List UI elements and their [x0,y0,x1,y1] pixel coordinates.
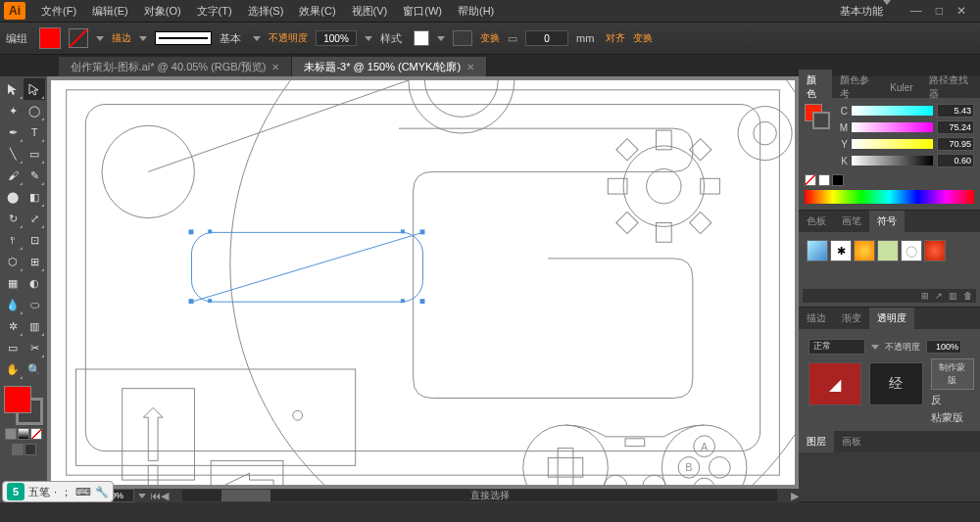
color-mode-none[interactable] [30,428,42,440]
menu-edit[interactable]: 编辑(E) [84,1,136,22]
screen-mode-normal[interactable] [12,444,24,455]
chevron-down-icon[interactable] [365,36,372,41]
white-swatch[interactable] [818,174,830,186]
hand-tool[interactable]: ✋ [2,358,24,380]
menu-file[interactable]: 文件(F) [33,1,84,22]
close-button[interactable]: ✕ [956,4,966,18]
ime-keyboard-icon[interactable]: ⌨ [75,486,91,498]
symbol-item[interactable] [807,240,828,261]
magenta-slider[interactable] [852,122,933,132]
symbol-options-icon[interactable]: ↗ [935,291,943,301]
lasso-tool[interactable]: ◯ [24,100,45,121]
minimize-button[interactable]: — [910,4,922,18]
type-tool[interactable]: T [24,121,45,143]
envelope-value-input[interactable] [525,30,568,46]
cyan-slider[interactable] [852,106,933,116]
tab-layers[interactable]: 图层 [799,431,834,452]
chevron-down-icon[interactable] [139,36,147,41]
magenta-input[interactable] [937,120,974,134]
menu-effect[interactable]: 效果(C) [291,1,343,22]
paintbrush-tool[interactable]: 🖌 [2,165,24,186]
stroke-style-preview[interactable] [155,31,212,45]
menu-select[interactable]: 选择(S) [240,1,292,22]
symbol-item[interactable] [924,240,946,261]
envelope-icon[interactable]: ▭ [508,32,517,45]
horizontal-scrollbar[interactable]: CSX ⤴ ⏮ ◀ 直接选择 ▶ [47,489,799,502]
tab-kuler[interactable]: Kuler [882,78,920,97]
line-tool[interactable]: ╲ [2,143,24,165]
blend-tool[interactable]: ⬭ [24,294,45,315]
yellow-slider[interactable] [852,139,933,149]
blob-brush-tool[interactable]: ⬤ [2,186,24,208]
screen-mode-full[interactable] [24,444,36,455]
symbol-item[interactable] [877,240,899,261]
fill-color-box[interactable] [4,386,31,413]
ime-punct-icon[interactable]: ； [61,485,72,499]
symbol-item[interactable] [854,240,875,261]
nav-first-icon[interactable]: ⏮ [150,490,161,501]
symbol-libraries-icon[interactable]: ⊞ [921,291,929,301]
tab-swatches[interactable]: 色板 [799,211,834,232]
fill-swatch[interactable] [39,27,61,49]
symbol-item[interactable]: ◯ [901,240,922,261]
rotate-tool[interactable]: ↻ [2,208,24,229]
tab-symbols[interactable]: 符号 [869,211,905,232]
nav-next-icon[interactable]: ▶ [791,490,799,502]
opacity-input[interactable] [316,30,357,46]
recolor-button[interactable] [453,30,472,46]
chevron-down-icon[interactable] [138,494,146,498]
color-mode-gradient[interactable] [18,428,29,440]
menu-help[interactable]: 帮助(H) [450,1,502,22]
workspace-switcher[interactable]: 基本功能 [830,2,901,21]
document-tab-2[interactable]: 未标题-3* @ 150% (CMYK/轮廓)✕ [292,57,487,76]
shape-builder-tool[interactable]: ⬡ [2,251,24,272]
delete-symbol-icon[interactable]: 🗑 [963,291,972,301]
document-tab-1[interactable]: 创作策划-图标.ai* @ 40.05% (RGB/预览)✕ [59,57,292,76]
opacity-value-input[interactable] [926,340,961,354]
black-swatch[interactable] [832,174,844,186]
panel-stroke-swatch[interactable] [812,112,830,129]
free-transform-tool[interactable]: ⊡ [24,229,45,251]
slice-tool[interactable]: ✂ [24,337,45,358]
new-symbol-icon[interactable]: ▥ [949,291,957,301]
ime-settings-icon[interactable]: 🔧 [95,486,109,498]
tab-gradient[interactable]: 渐变 [834,308,869,329]
mask-preview-source[interactable]: ◢ [808,362,861,405]
tab-artboards[interactable]: 画板 [834,431,869,452]
symbol-sprayer-tool[interactable]: ✲ [2,315,24,337]
make-mask-button[interactable]: 制作蒙版 [931,358,975,390]
stroke-link[interactable]: 描边 [112,31,131,45]
mask-preview-target[interactable]: 经 [869,362,922,405]
tab-pathfinder[interactable]: 路径查找器 [921,70,980,105]
tab-color[interactable]: 颜色 [799,70,832,105]
envelope-link[interactable]: 变换 [480,31,500,45]
maximize-button[interactable]: □ [936,4,943,18]
zoom-tool[interactable]: 🔍 [24,358,45,380]
pencil-tool[interactable]: ✎ [24,165,45,186]
nav-prev-icon[interactable]: ◀ [161,490,169,502]
black-input[interactable] [937,154,974,167]
magic-wand-tool[interactable]: ✦ [2,100,24,121]
menu-type[interactable]: 文字(T) [189,1,240,22]
eyedropper-tool[interactable]: 💧 [2,294,24,315]
tab-color-guide[interactable]: 颜色参考 [832,70,883,105]
close-icon[interactable]: ✕ [271,62,279,72]
gradient-tool[interactable]: ◐ [24,272,45,294]
direct-selection-tool[interactable] [24,78,45,100]
transform-link[interactable]: 变换 [633,31,653,45]
artboard-tool[interactable]: ▭ [2,337,24,358]
perspective-grid-tool[interactable]: ⊞ [24,251,45,272]
close-icon[interactable]: ✕ [466,62,474,72]
width-tool[interactable]: ⫯ [2,229,24,251]
selection-tool[interactable] [2,78,24,100]
align-link[interactable]: 对齐 [606,31,625,45]
column-graph-tool[interactable]: ▥ [24,315,45,337]
tab-stroke[interactable]: 描边 [799,308,834,329]
symbol-item[interactable]: ✱ [830,240,852,261]
tab-brushes[interactable]: 画笔 [834,211,869,232]
spectrum-picker[interactable] [805,190,974,204]
cyan-input[interactable] [937,104,974,118]
fill-stroke-indicator[interactable] [4,386,43,425]
color-mode-solid[interactable] [5,428,17,440]
style-swatch[interactable] [414,30,429,46]
